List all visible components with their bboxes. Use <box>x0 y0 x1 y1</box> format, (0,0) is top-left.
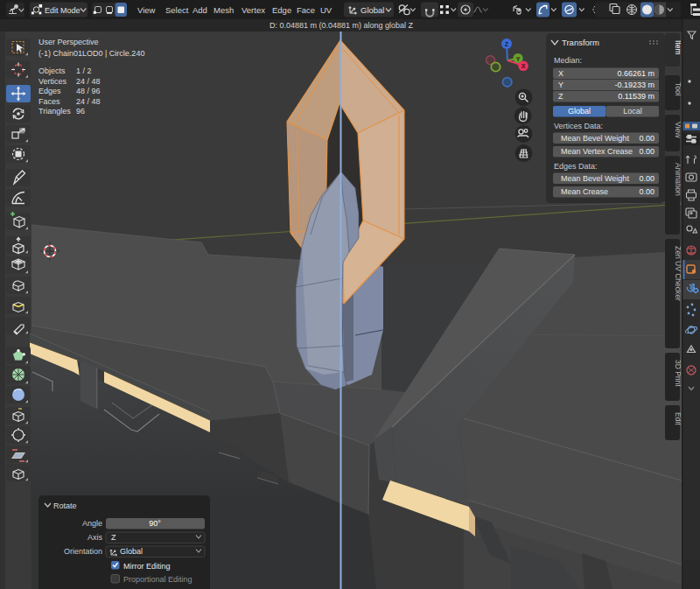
svg-text:Vertices: Vertices <box>38 77 67 86</box>
svg-text:24 / 48: 24 / 48 <box>76 77 101 86</box>
svg-text:Rotate: Rotate <box>53 501 77 510</box>
svg-text:Item: Item <box>674 40 681 55</box>
svg-text:Objects: Objects <box>38 67 66 75</box>
svg-text:Global: Global <box>120 547 143 556</box>
svg-text:Vertices Data:: Vertices Data: <box>554 122 603 130</box>
svg-text:Y: Y <box>558 81 564 89</box>
svg-text:View: View <box>674 122 681 138</box>
svg-text:48 / 96: 48 / 96 <box>76 87 101 95</box>
svg-text:User Perspective: User Perspective <box>38 38 99 46</box>
svg-text:UV: UV <box>320 5 332 15</box>
svg-text:View: View <box>137 5 156 15</box>
svg-text:0.00: 0.00 <box>639 174 654 183</box>
svg-text:Vertex: Vertex <box>242 5 265 15</box>
svg-text:Zen UV Checker: Zen UV Checker <box>674 246 681 301</box>
svg-text:0.11539 m: 0.11539 m <box>618 92 654 101</box>
svg-text:Mesh: Mesh <box>214 5 234 15</box>
svg-text:Local: Local <box>623 107 642 116</box>
svg-text:Mean Bevel Weight: Mean Bevel Weight <box>561 134 629 143</box>
svg-text:X: X <box>558 69 564 78</box>
svg-text:Animation: Animation <box>674 163 681 196</box>
svg-text:Edge: Edge <box>272 5 291 15</box>
svg-text:Global: Global <box>360 5 384 15</box>
svg-text:Edit: Edit <box>674 412 681 425</box>
svg-text:Mean Crease: Mean Crease <box>561 187 608 196</box>
svg-text:Add: Add <box>192 5 207 15</box>
svg-text:Orientation: Orientation <box>64 547 102 556</box>
svg-text:Edit Mode: Edit Mode <box>45 6 80 15</box>
svg-text:Select: Select <box>165 5 189 15</box>
svg-text:Edges Data:: Edges Data: <box>554 162 598 171</box>
svg-text:3D Print: 3D Print <box>674 360 681 387</box>
svg-text:0.00: 0.00 <box>639 134 654 143</box>
svg-text:Z: Z <box>558 92 564 101</box>
svg-text:(-1) Chain01LOD0 | Circle.240: (-1) Chain01LOD0 | Circle.240 <box>38 49 144 58</box>
svg-text:-0.19233 m: -0.19233 m <box>614 81 654 89</box>
svg-text:90°: 90° <box>149 519 161 528</box>
svg-text:24 / 48: 24 / 48 <box>76 97 101 106</box>
svg-text:Triangles: Triangles <box>38 107 71 116</box>
svg-text:Proportional Editing: Proportional Editing <box>123 575 192 584</box>
svg-text:0.00: 0.00 <box>639 147 654 156</box>
svg-text:Mean Vertex Crease: Mean Vertex Crease <box>561 147 633 156</box>
svg-text:X: X <box>522 63 526 69</box>
svg-text:Mirror Editing: Mirror Editing <box>123 562 171 571</box>
svg-text:D: 0.04881 m (0.04881 m) along: D: 0.04881 m (0.04881 m) along global Z <box>270 21 414 30</box>
svg-text:Y: Y <box>516 56 521 62</box>
svg-text:0.00: 0.00 <box>639 187 654 196</box>
svg-text:Global: Global <box>568 107 591 116</box>
svg-text:Axis: Axis <box>88 533 103 542</box>
svg-text:Faces: Faces <box>38 97 60 106</box>
svg-text:Z: Z <box>505 41 509 47</box>
svg-text:0.66261 m: 0.66261 m <box>617 69 654 78</box>
svg-text:Transform: Transform <box>562 38 599 47</box>
svg-text:96: 96 <box>76 107 85 116</box>
svg-text:Face: Face <box>297 5 315 15</box>
svg-text:Median:: Median: <box>554 56 582 65</box>
svg-text:1 / 2: 1 / 2 <box>76 67 92 75</box>
svg-text:Edges: Edges <box>38 87 61 95</box>
svg-text:Tool: Tool <box>674 82 681 96</box>
svg-text:Z: Z <box>111 533 116 542</box>
svg-text:Angle: Angle <box>82 519 102 528</box>
svg-text:Mean Bevel Weight: Mean Bevel Weight <box>561 174 629 183</box>
